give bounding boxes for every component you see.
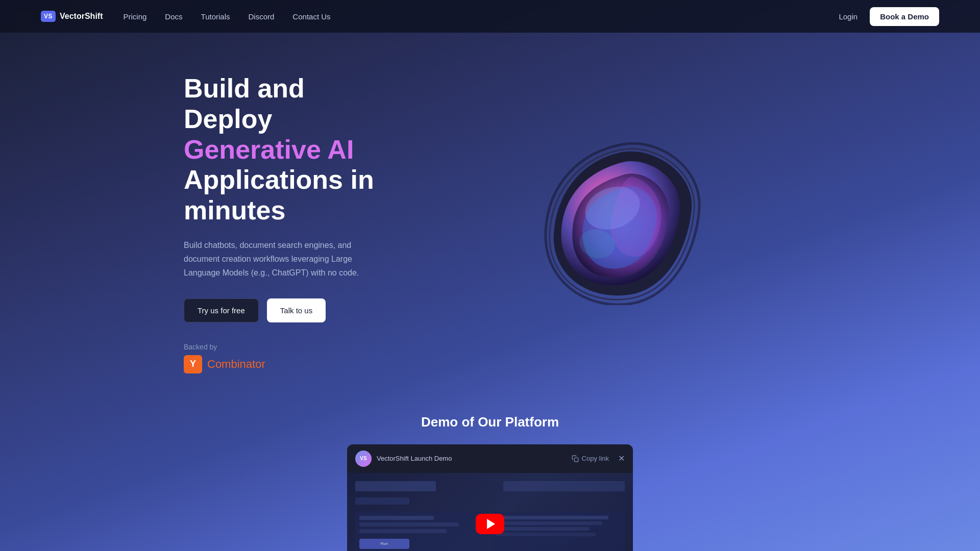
nav-logo[interactable]: VS VectorShift (41, 11, 103, 22)
hero-title-highlight: Generative AI (184, 135, 354, 164)
logo-badge: VS (41, 11, 56, 22)
demo-screenshot: Run (347, 473, 633, 551)
demo-section-title: Demo of Our Platform (421, 414, 559, 430)
play-icon (487, 519, 495, 529)
hero-buttons: Try us for free Talk to us (184, 298, 398, 322)
yc-badge: Y (184, 355, 202, 373)
backed-by-section: Backed by Y Combinator (184, 343, 398, 373)
backed-label: Backed by (184, 343, 398, 351)
demo-section: Demo of Our Platform VS VectorShift Laun… (0, 404, 980, 551)
demo-video-container: VS VectorShift Launch Demo Copy link ✕ (347, 444, 633, 551)
hero-title-line2: Applications in (184, 165, 374, 194)
nav-item-pricing[interactable]: Pricing (123, 12, 146, 21)
nav-item-contact[interactable]: Contact Us (292, 12, 330, 21)
nav-right: Login Book a Demo (839, 7, 939, 26)
nav-item-docs[interactable]: Docs (165, 12, 182, 21)
hero-section: Build and Deploy Generative AI Applicati… (0, 33, 980, 404)
yc-row: Y Combinator (184, 355, 398, 373)
close-video-button[interactable]: ✕ (618, 454, 625, 463)
hero-content: Build and Deploy Generative AI Applicati… (184, 73, 398, 373)
login-button[interactable]: Login (839, 12, 857, 21)
book-demo-button[interactable]: Book a Demo (870, 7, 939, 26)
nav-item-discord[interactable]: Discord (249, 12, 275, 21)
copy-link-label: Copy link (582, 455, 609, 462)
hero-description: Build chatbots, document search engines,… (184, 238, 378, 280)
hero-blob (541, 142, 704, 305)
channel-avatar: VS (355, 450, 372, 467)
demo-video-header: VS VectorShift Launch Demo Copy link ✕ (347, 444, 633, 473)
hero-title-line3: minutes (184, 195, 285, 225)
hero-title: Build and Deploy Generative AI Applicati… (184, 73, 398, 226)
svg-rect-2 (574, 458, 578, 462)
channel-initials: VS (360, 456, 366, 461)
nav-links: Pricing Docs Tutorials Discord Contact U… (123, 12, 839, 21)
hero-title-line1: Build and Deploy (184, 73, 305, 134)
copy-link-button[interactable]: Copy link (572, 455, 609, 462)
talk-to-us-button[interactable]: Talk to us (267, 298, 326, 322)
play-button[interactable] (476, 514, 504, 534)
navigation: VS VectorShift Pricing Docs Tutorials Di… (0, 0, 980, 33)
try-free-button[interactable]: Try us for free (184, 298, 259, 322)
demo-video-body: Run (347, 473, 633, 551)
logo-name: VectorShift (60, 12, 103, 21)
yc-name: Combinator (207, 358, 265, 371)
nav-item-tutorials[interactable]: Tutorials (201, 12, 230, 21)
video-title: VectorShift Launch Demo (377, 455, 452, 462)
hero-visual (398, 116, 847, 331)
